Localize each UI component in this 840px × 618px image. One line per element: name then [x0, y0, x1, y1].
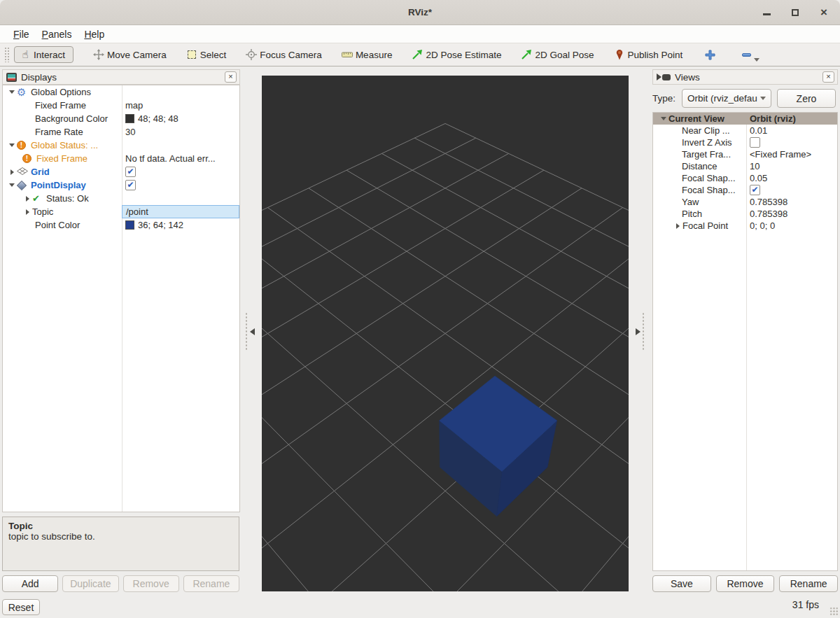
tool-2d-pose-estimate[interactable]: 2D Pose Estimate — [412, 49, 501, 60]
reset-button[interactable]: Reset — [2, 599, 40, 615]
collapse-right-icon[interactable] — [636, 328, 640, 335]
chevron-down-icon — [760, 97, 766, 100]
pointdisplay-enabled-checkbox[interactable]: ✔ — [125, 180, 136, 190]
goal-pose-arrow-icon — [521, 49, 532, 60]
toolbar: ☝ Interact Move Camera Select Focus Came… — [0, 43, 840, 66]
tree-row-frame-rate[interactable]: Frame Rate 30 — [3, 125, 239, 139]
tree-row-global-status[interactable]: ! Global Status: ... — [3, 139, 239, 152]
tree-row-current-view[interactable]: Current View Orbit (rviz) — [653, 113, 837, 125]
duplicate-button[interactable]: Duplicate — [62, 575, 118, 592]
toolbar-overflow-arrow-icon[interactable] — [754, 58, 760, 62]
color-swatch[interactable] — [125, 114, 134, 123]
3d-scene-canvas[interactable] — [262, 76, 629, 591]
resize-grip[interactable] — [830, 607, 839, 616]
select-icon — [186, 49, 197, 60]
window-title: RViz* — [0, 7, 840, 17]
collapse-arrow-icon[interactable] — [9, 90, 15, 94]
tree-row-point-color[interactable]: Point Color 36; 64; 142 — [3, 218, 239, 232]
close-icon: × — [820, 9, 827, 16]
fps-counter: 31 fps — [792, 599, 819, 610]
add-tool-button[interactable] — [705, 50, 715, 60]
tool-publish-point[interactable]: Publish Point — [614, 49, 683, 60]
tree-row-global-options[interactable]: ⚙ Global Options — [3, 85, 239, 99]
property-help-box: Topic topic to subscribe to. — [2, 517, 239, 571]
views-tree: Current View Orbit (rviz) Near Clip ... … — [652, 112, 838, 571]
status-ok-check-icon: ✔ — [32, 193, 46, 204]
splitter-dots[interactable] — [642, 312, 645, 351]
expand-arrow-icon[interactable] — [676, 223, 680, 229]
tree-row-yaw[interactable]: Yaw 0.785398 — [653, 196, 837, 208]
type-label: Type: — [652, 93, 682, 104]
maximize-icon — [792, 9, 799, 16]
remove-button[interactable]: Remove — [123, 575, 179, 592]
close-button[interactable]: × — [819, 8, 829, 17]
grid-enabled-checkbox[interactable]: ✔ — [125, 167, 136, 177]
tree-row-focal-point[interactable]: Focal Point 0; 0; 0 — [653, 220, 837, 232]
expand-arrow-icon[interactable] — [26, 209, 29, 215]
menu-help[interactable]: Help — [78, 27, 111, 42]
maximize-button[interactable] — [790, 8, 800, 17]
collapse-arrow-icon[interactable] — [661, 117, 666, 120]
remove-tool-button[interactable] — [742, 53, 751, 57]
invert-z-checkbox[interactable]: ✔ — [750, 137, 760, 148]
tree-row-near-clip[interactable]: Near Clip ... 0.01 — [653, 125, 837, 136]
minimize-button[interactable] — [762, 8, 771, 17]
left-splitter[interactable] — [241, 66, 262, 596]
tree-row-pointdisplay[interactable]: PointDisplay ✔ — [3, 178, 239, 192]
rename-button[interactable]: Rename — [183, 575, 239, 592]
menu-panels[interactable]: Panels — [36, 27, 78, 42]
tree-row-background-color[interactable]: Background Color 48; 48; 48 — [3, 112, 239, 125]
collapse-arrow-icon[interactable] — [9, 143, 15, 147]
tree-row-focal-shape-size[interactable]: Focal Shap... 0.05 — [653, 172, 837, 184]
expand-arrow-icon[interactable] — [26, 196, 29, 202]
tree-row-topic[interactable]: Topic /point — [3, 205, 239, 218]
add-button[interactable]: Add — [2, 575, 58, 592]
tool-select[interactable]: Select — [186, 49, 227, 60]
menu-file[interactable]: File — [7, 27, 36, 42]
save-view-button[interactable]: Save — [652, 575, 711, 592]
tree-row-status-fixed-frame[interactable]: ! Fixed Frame No tf data. Actual err... — [3, 152, 239, 165]
displays-close-button[interactable]: × — [225, 71, 237, 83]
collapse-arrow-icon[interactable] — [9, 183, 15, 187]
tool-interact[interactable]: ☝ Interact — [14, 46, 74, 63]
tree-row-fixed-frame[interactable]: Fixed Frame map — [3, 99, 239, 112]
tree-row-grid[interactable]: Grid ✔ — [3, 165, 239, 178]
rviz-window: RViz* × File Panels Help ☝ Interact Move… — [0, 0, 840, 618]
focal-shape-checkbox[interactable]: ✔ — [750, 185, 760, 195]
3d-viewport[interactable] — [262, 76, 629, 591]
view-type-combobox[interactable]: Orbit (rviz_defau — [682, 89, 771, 108]
splitter-dots[interactable] — [245, 312, 248, 351]
pose-estimate-arrow-icon — [412, 49, 423, 60]
toolbar-drag-handle[interactable] — [4, 47, 9, 62]
tool-move-camera[interactable]: Move Camera — [93, 49, 167, 60]
right-splitter[interactable] — [629, 66, 651, 596]
views-panel: Views × Type: Orbit (rviz_defau Zero Cur… — [651, 66, 840, 596]
tool-measure[interactable]: Measure — [342, 49, 393, 60]
displays-panel: Displays × ⚙ Global Options Fixed Frame … — [0, 66, 241, 596]
tree-row-invert-z[interactable]: Invert Z Axis ✔ — [653, 136, 837, 148]
color-swatch[interactable] — [125, 220, 134, 230]
tree-row-target-frame[interactable]: Target Fra... <Fixed Frame> — [653, 148, 837, 160]
topic-value-field[interactable]: /point — [122, 205, 239, 218]
publish-point-pin-icon — [614, 49, 625, 60]
grid-icon — [17, 167, 31, 177]
zero-button[interactable]: Zero — [777, 89, 836, 108]
tree-row-distance[interactable]: Distance 10 — [653, 160, 837, 172]
views-panel-header[interactable]: Views × — [652, 69, 838, 85]
move-camera-icon — [93, 49, 104, 60]
tool-2d-goal-pose[interactable]: 2D Goal Pose — [521, 49, 594, 60]
rename-view-button[interactable]: Rename — [779, 575, 838, 592]
expand-arrow-icon[interactable] — [10, 169, 14, 175]
tree-row-focal-shape-fixed[interactable]: Focal Shap... ✔ — [653, 184, 837, 196]
statusbar: Reset 31 fps — [0, 596, 840, 618]
tool-focus-camera[interactable]: Focus Camera — [246, 49, 322, 60]
collapse-left-icon[interactable] — [250, 328, 255, 335]
warning-icon: ! — [22, 154, 36, 163]
interact-hand-icon: ☝ — [20, 49, 31, 60]
displays-panel-header[interactable]: Displays × — [2, 69, 240, 85]
measure-ruler-icon — [342, 49, 353, 60]
views-close-button[interactable]: × — [822, 71, 834, 83]
tree-row-status-ok[interactable]: ✔ Status: Ok — [3, 192, 239, 205]
remove-view-button[interactable]: Remove — [716, 575, 775, 592]
tree-row-pitch[interactable]: Pitch 0.785398 — [653, 208, 837, 220]
